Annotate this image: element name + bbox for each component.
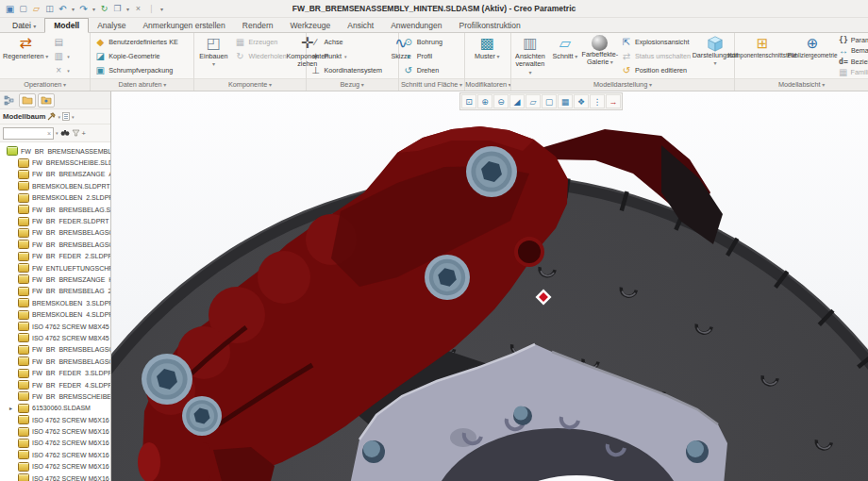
tree-item[interactable]: FW_BR_FEDER.SLDPRT (0, 215, 110, 226)
tree-item[interactable]: FW_BR_FEDER_2.SLDPRT (0, 251, 110, 262)
refit-icon[interactable]: ◢ (509, 94, 525, 108)
group-label-bezug[interactable]: Bezug (307, 78, 398, 91)
tree-item[interactable]: FW_BR_BREMSBELAGSCHRAUBE.SLDPRT (0, 227, 110, 239)
punkt-button[interactable]: ∗Punkt▾ (308, 49, 386, 63)
model-tree-tab-icon[interactable] (2, 94, 17, 107)
ansichten-verwalten-button[interactable]: ▥ Ansichten verwalten (512, 34, 548, 78)
zoom-in-icon[interactable]: ⊕ (477, 94, 492, 108)
regenerate-button[interactable]: ⇄ Regenerieren (1, 34, 50, 78)
tree-filters-icon[interactable] (62, 112, 70, 121)
group-label-modellabsicht[interactable]: Modellabsicht (735, 78, 868, 91)
group-label-modifikatoren[interactable]: Modifikatoren (465, 78, 510, 91)
tree-item[interactable]: FW_BR_BREMSSCHEIBENAUFNAHME.SLDPRT (0, 390, 110, 402)
group-label-operationen[interactable]: Operationen (0, 78, 90, 91)
schrumpfverpackung-button[interactable]: ▣Schrumpfverpackung (92, 63, 181, 77)
folder-browser-tab-icon[interactable] (19, 93, 36, 108)
tab-ansicht[interactable]: Ansicht (339, 19, 382, 32)
familientabelle-button[interactable]: ▦Familientabelle (836, 67, 868, 77)
tree-item[interactable]: ISO 4762 SCREW M6X16 STEEL (0, 449, 110, 460)
bohrung-button[interactable]: ⊙Bohrung (400, 35, 445, 49)
tree-item[interactable]: FW_BR_BREMSBELAG_2.SLDPRT (0, 286, 110, 297)
tree-item[interactable]: FW_BR_BREMSZANGE_AUSSEN.SLDPRT (0, 169, 110, 180)
tree-item[interactable]: ► 61530060.SLDASM (0, 403, 110, 414)
tree-search-input[interactable]: × (3, 127, 54, 140)
axis-display-icon[interactable]: ▢ (542, 94, 557, 108)
komponentenschnittstelle-button[interactable]: ⊞ Komponentenschnittstelle (736, 34, 789, 78)
drehen-button[interactable]: ↺Drehen (400, 63, 445, 77)
tree-item[interactable]: FW_BR_BREMSZANGE_HINTEN.SLDPRT (0, 274, 110, 285)
zoom-out-icon[interactable]: ⊖ (493, 94, 509, 108)
plane-display-icon[interactable]: ▱ (526, 94, 541, 108)
tree-settings-icon[interactable] (47, 112, 56, 121)
view-manager-icon[interactable]: ▦ (558, 94, 573, 108)
parameter-button[interactable]: {}Parameter (836, 35, 868, 45)
tree-item[interactable]: ISO 4762 SCREW M8X45 STEEL (0, 332, 110, 343)
appearances-icon[interactable]: ❖ (574, 94, 589, 108)
tree-item[interactable]: FW_BR_FEDER_3.SLDPRT (0, 367, 110, 378)
paste-button[interactable]: ▥▾ (50, 49, 73, 63)
group-label-daten-abrufen[interactable]: Daten abrufen (91, 78, 193, 91)
tree-item[interactable]: FW_BR_BREMSENASSEMBLY_HINTEN.SLDASM (0, 145, 110, 157)
tree-item[interactable]: ISO 4762 SCREW M6X16 STEEL (0, 438, 110, 449)
erzeugen-button[interactable]: ▦Erzeugen (231, 35, 289, 49)
tree-item[interactable]: FW_BR_BREMSBELAGSCHRAUBE.SLDPRT (0, 356, 110, 367)
group-label-schnitt-und-flaeche[interactable]: Schnitt und Fläche (399, 78, 464, 91)
achse-button[interactable]: ∕Achse (308, 35, 386, 49)
tree-item[interactable]: FW_BR_FEDER_4.SLDPRT (0, 379, 110, 390)
find-binoculars-icon[interactable] (60, 129, 70, 137)
muster-button[interactable]: ▩ Muster (466, 34, 508, 78)
brake-assembly-model[interactable] (111, 91, 868, 481)
benutzerdefiniertes-ke-button[interactable]: ◆Benutzerdefiniertes KE (92, 35, 181, 49)
tree-item[interactable]: FW_BR_BREMSBELAG.SLDPRT (0, 204, 110, 215)
group-label-modelldarstellung[interactable]: Modelldarstellung (511, 78, 734, 91)
wiederholen-button[interactable]: ↻Wiederholen (231, 49, 289, 63)
status-umschalten-button[interactable]: ⇄Status umschalten (618, 49, 693, 63)
copy-button[interactable]: ▤ (50, 35, 73, 49)
tree-item[interactable]: FW_BR_BREMSBELAGSCHRAUBE.SLDPRT (0, 344, 110, 356)
einbauen-button[interactable]: ◰ Einbauen (195, 34, 231, 78)
tree-item[interactable]: ISO 4762 SCREW M6X16 STEEL (0, 425, 110, 437)
tree-item[interactable]: FW_BR_BREMSBELAGSCHRAUBE.SLDPRT (0, 239, 110, 250)
tab-anmerkungen[interactable]: Anmerkungen erstellen (134, 19, 233, 32)
favorites-tab-icon[interactable] (38, 93, 55, 108)
tab-analyse[interactable]: Analyse (89, 19, 134, 32)
tree-item[interactable]: FW_ENTLUEFTUNGSCHRAUBE_1.SLDPRT (0, 262, 110, 274)
tab-datei[interactable]: Datei ▾ (4, 19, 44, 32)
delete-button[interactable]: ×▾ (50, 63, 73, 77)
farbeffekte-galerie-button[interactable]: Farbeffekte-Galerie (582, 34, 618, 78)
expand-tree-icon[interactable]: + (82, 129, 86, 138)
schnitt-button[interactable]: ▱ Schnitt (548, 34, 582, 78)
bemassung-button[interactable]: ↔Bemaßung (836, 45, 868, 56)
filter-funnel-icon[interactable] (72, 129, 80, 137)
position-editieren-button[interactable]: ↺Position editieren (618, 63, 693, 77)
koordinatensystem-button[interactable]: ⊥Koordinatensystem (308, 63, 386, 77)
3d-viewport[interactable]: ⊡ ⊕ ⊖ ◢ ▱ ▢ ▦ ❖ ⋮ → (111, 91, 868, 481)
publiziergeometrie-button[interactable]: ⊕ Publiziergeometrie (789, 34, 836, 78)
tree-display-icon[interactable]: ⋮ (590, 94, 605, 108)
tree-item[interactable]: FW_BREMSSCHEIBE.SLDPRT (0, 157, 110, 168)
beziehungen-button[interactable]: d=Beziehungen (836, 57, 868, 67)
tree-item[interactable]: BREMSKOLBEN.SLDPRT (0, 180, 110, 191)
chevron-down-icon[interactable]: ▾ (72, 114, 75, 120)
tab-profilkonstruktion[interactable]: Profilkonstruktion (451, 19, 529, 32)
spin-center-icon[interactable]: → (606, 94, 621, 108)
tree-item[interactable]: ISO 4762 SCREW M6X16 STEEL (0, 414, 110, 425)
tree-item[interactable]: ISO 4762 SCREW M6X16 STEEL (0, 461, 110, 473)
tree-item[interactable]: BREMSKOLBEN_4.SLDPRT (0, 308, 110, 320)
explosionsansicht-button[interactable]: ⇱Explosionsansicht (618, 35, 693, 49)
tree-item[interactable]: BREMSKOLBEN_3.SLDPRT (0, 297, 110, 308)
expand-arrow-icon[interactable]: ► (8, 406, 15, 411)
tab-rendern[interactable]: Rendern (234, 19, 282, 32)
tab-anwendungen[interactable]: Anwendungen (382, 19, 450, 32)
chevron-down-icon[interactable]: ▾ (58, 114, 60, 120)
profil-button[interactable]: ◗Profil (400, 49, 445, 63)
kopie-geometrie-button[interactable]: ◪Kopie-Geometrie (92, 49, 181, 63)
chevron-down-icon[interactable]: ▾ (56, 130, 58, 136)
group-label-komponente[interactable]: Komponente (194, 78, 305, 91)
tree-item[interactable]: ISO 4762 SCREW M6X16 STEEL (0, 473, 110, 481)
tree-item[interactable]: BREMSKOLBEN_2.SLDPRT (0, 192, 110, 204)
zoom-window-icon[interactable]: ⊡ (461, 94, 476, 108)
clear-search-icon[interactable]: × (47, 130, 51, 137)
tab-werkzeuge[interactable]: Werkzeuge (281, 19, 339, 32)
tree-item[interactable]: ISO 4762 SCREW M8X45 STEEL (0, 321, 110, 332)
